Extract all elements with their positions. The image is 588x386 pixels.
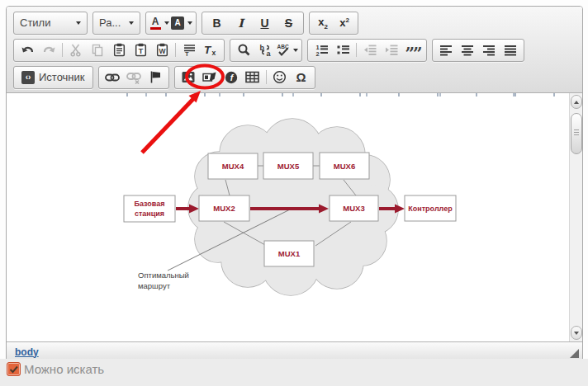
svg-text:маршрут: маршрут bbox=[138, 281, 171, 290]
spellcheck-button[interactable]: ABC bbox=[276, 40, 299, 60]
paste-word-button[interactable]: W bbox=[151, 40, 173, 60]
remove-format-icon: T x bbox=[203, 43, 218, 57]
anchor-button[interactable] bbox=[145, 68, 166, 87]
text-color-button[interactable]: A bbox=[149, 13, 170, 33]
scroll-down-button[interactable] bbox=[571, 326, 582, 340]
svg-text:Оптимальный: Оптимальный bbox=[138, 271, 189, 280]
background-color-icon: A bbox=[171, 16, 184, 30]
subscript-button[interactable]: x2 bbox=[312, 13, 334, 33]
blockquote-button[interactable]: ”” bbox=[402, 40, 424, 60]
strikethrough-button[interactable]: S bbox=[277, 13, 301, 33]
format-combo[interactable]: Ра... bbox=[92, 12, 140, 35]
svg-text:MUX1: MUX1 bbox=[278, 249, 301, 258]
color-button-group: A A bbox=[145, 12, 197, 35]
scrollbar-thumb[interactable] bbox=[571, 113, 582, 154]
source-button-label: Источник bbox=[39, 71, 85, 83]
route-label: Оптимальный маршрут bbox=[138, 271, 189, 290]
insert-flash-button[interactable]: f bbox=[220, 68, 242, 87]
image-button-toolbar-icon-button[interactable] bbox=[199, 68, 220, 87]
underline-button[interactable]: U bbox=[253, 13, 277, 33]
bold-button[interactable]: B bbox=[205, 13, 229, 33]
format-combo-label: Ра... bbox=[99, 16, 121, 29]
paste-text-icon: T bbox=[134, 43, 148, 57]
paste-button[interactable] bbox=[108, 40, 130, 60]
unlink-icon bbox=[126, 71, 141, 84]
bulleted-list-button[interactable] bbox=[332, 40, 353, 60]
subsup-group: x2 x2 bbox=[309, 12, 358, 35]
text-color-icon: A bbox=[150, 16, 161, 30]
chevron-down-icon bbox=[129, 21, 134, 25]
source-group: ‹› Источник bbox=[13, 66, 93, 89]
rich-text-editor: Стили Ра... A A bbox=[6, 6, 583, 362]
check-icon bbox=[9, 365, 18, 374]
undo-button[interactable] bbox=[17, 40, 38, 60]
insert-group: f bbox=[174, 66, 315, 89]
page: Стили Ра... A A bbox=[0, 0, 588, 386]
svg-text:T: T bbox=[138, 47, 143, 55]
align-justify-button[interactable] bbox=[500, 40, 521, 60]
align-left-button[interactable] bbox=[435, 40, 457, 60]
svg-text:MUX2: MUX2 bbox=[213, 204, 235, 213]
unlink-button[interactable] bbox=[123, 68, 145, 87]
copy-icon bbox=[91, 44, 104, 57]
svg-text:a: a bbox=[266, 49, 271, 58]
select-all-button[interactable]: T bbox=[178, 40, 200, 60]
replace-button[interactable]: b a bbox=[254, 40, 276, 60]
cut-icon bbox=[69, 43, 83, 57]
scroll-down-icon bbox=[574, 332, 579, 335]
copy-button[interactable] bbox=[87, 40, 108, 60]
svg-text:T: T bbox=[185, 50, 189, 57]
align-center-button[interactable] bbox=[457, 40, 478, 60]
replace-icon: b a bbox=[258, 43, 273, 57]
outdent-button[interactable] bbox=[359, 40, 381, 60]
chevron-down-icon bbox=[164, 21, 169, 25]
align-right-button[interactable] bbox=[478, 40, 500, 60]
align-group bbox=[432, 39, 524, 62]
redo-button[interactable] bbox=[38, 40, 59, 60]
paste-text-button[interactable]: T bbox=[130, 40, 151, 60]
source-button[interactable]: ‹› Источник bbox=[17, 68, 90, 87]
italic-button[interactable]: I bbox=[229, 13, 253, 33]
superscript-button[interactable]: x2 bbox=[334, 13, 355, 33]
node-mux3: MUX3 bbox=[330, 195, 378, 221]
toolbar-row-3: ‹› Источник bbox=[7, 64, 582, 91]
vertical-scrollbar[interactable] bbox=[569, 93, 582, 341]
cut-button[interactable] bbox=[65, 40, 87, 60]
insert-smiley-button[interactable] bbox=[269, 68, 291, 87]
special-char-button[interactable]: Ω bbox=[291, 68, 312, 87]
numbered-list-icon: 1 2 bbox=[315, 43, 329, 57]
blockquote-icon: ”” bbox=[405, 49, 420, 58]
styles-combo[interactable]: Стили bbox=[13, 12, 88, 35]
align-right-icon bbox=[482, 44, 496, 57]
searchable-option: Можно искать bbox=[7, 362, 104, 376]
indent-button[interactable] bbox=[381, 40, 402, 60]
node-mux1: MUX1 bbox=[264, 241, 314, 266]
svg-text:Контроллер: Контроллер bbox=[408, 205, 453, 213]
numbered-list-button[interactable]: 1 2 bbox=[311, 40, 332, 60]
scroll-up-button[interactable] bbox=[571, 95, 582, 109]
scroll-up-icon bbox=[574, 101, 579, 104]
subscript-icon: x2 bbox=[318, 16, 328, 31]
element-path-body-link[interactable]: body bbox=[15, 346, 39, 358]
editing-area[interactable]: MUX4 MUX5 MUX6 MUX2 MUX3 MUX1 Базовая ст… bbox=[7, 93, 582, 341]
insert-table-button[interactable] bbox=[242, 68, 263, 87]
align-justify-icon bbox=[504, 44, 517, 57]
find-button[interactable] bbox=[233, 40, 254, 60]
node-mux5: MUX5 bbox=[263, 153, 313, 179]
network-diagram-image[interactable]: MUX4 MUX5 MUX6 MUX2 MUX3 MUX1 Базовая ст… bbox=[7, 93, 582, 341]
chevron-down-icon bbox=[293, 49, 298, 52]
searchable-checkbox[interactable] bbox=[7, 362, 21, 376]
background-color-button[interactable]: A bbox=[170, 13, 193, 33]
align-left-icon bbox=[439, 44, 453, 57]
link-button[interactable] bbox=[102, 68, 123, 87]
remove-format-button[interactable]: T x bbox=[200, 40, 221, 60]
image-icon bbox=[182, 71, 195, 83]
insert-image-button[interactable] bbox=[178, 68, 199, 87]
node-mux2: MUX2 bbox=[199, 195, 249, 221]
svg-text:T: T bbox=[204, 44, 212, 56]
editor-toolbar: Стили Ра... A A bbox=[7, 7, 582, 93]
resize-handle[interactable] bbox=[570, 349, 579, 358]
chevron-down-icon bbox=[187, 21, 192, 25]
spellcheck-icon: ABC bbox=[277, 43, 290, 57]
searchable-checkbox-label: Можно искать bbox=[24, 362, 104, 376]
